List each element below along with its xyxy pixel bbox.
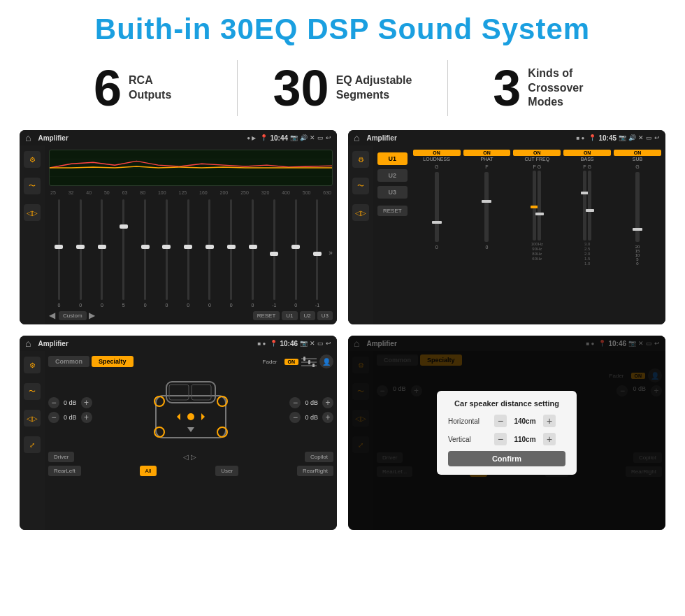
- eq-slider-8[interactable]: 0: [221, 198, 241, 308]
- vertical-minus-btn[interactable]: −: [494, 433, 507, 445]
- crossover-screen: ⌂ Amplifier ■ ● 📍 10:45 📷 🔊 ✕ ▭ ↩ ⚙ 〜 ◁▷: [348, 130, 665, 324]
- phat-on[interactable]: ON: [463, 150, 511, 156]
- fader-expand-icon[interactable]: ⤢: [24, 436, 41, 453]
- preset-u2-btn[interactable]: U2: [377, 169, 408, 182]
- user-btn[interactable]: User: [215, 466, 238, 476]
- back-icon-3[interactable]: ↩: [326, 340, 331, 347]
- eq-next-icon[interactable]: ▶: [89, 310, 95, 320]
- eq-slider-3[interactable]: 5: [113, 198, 134, 308]
- fader-volume-icon[interactable]: ◁▷: [24, 410, 41, 427]
- loudness-on[interactable]: ON: [413, 150, 461, 156]
- stat-rca-number: 6: [94, 63, 122, 113]
- eq-wave-icon[interactable]: 〜: [24, 178, 41, 194]
- fader-on-badge[interactable]: ON: [284, 359, 299, 365]
- eq-bottom: ◀ Custom ▶ RESET U1 U2 U3: [49, 310, 333, 320]
- cutfreq-track-f[interactable]: [533, 171, 536, 241]
- eq-u1-btn[interactable]: U1: [282, 311, 297, 320]
- sub-track[interactable]: [635, 172, 640, 242]
- home-icon-3[interactable]: ⌂: [25, 338, 31, 349]
- eq-slider-4[interactable]: 0: [135, 198, 155, 308]
- status-dots: ● ▶: [247, 135, 256, 141]
- car-diagram-container: [95, 371, 287, 448]
- eq-u2-btn[interactable]: U2: [300, 311, 315, 320]
- camera-icon: 📷: [290, 134, 298, 141]
- tab-specialty[interactable]: Specialty: [92, 356, 134, 367]
- bass-label: BASS: [563, 157, 611, 162]
- eq-more-icon[interactable]: »: [329, 249, 333, 257]
- eq-volume-icon[interactable]: ◁▷: [24, 204, 41, 221]
- cross-time: 10:45: [598, 134, 616, 142]
- col-sub: ON SUB: [614, 150, 661, 162]
- eq-custom-btn[interactable]: Custom: [59, 311, 87, 320]
- back-icon-2[interactable]: ↩: [654, 134, 660, 141]
- cross-settings-icon[interactable]: ⚙: [352, 151, 369, 168]
- eq-prev-icon[interactable]: ◀: [49, 310, 55, 320]
- fader-controls-label: Fader ON 👤: [263, 354, 333, 368]
- location-icon-3: 📍: [270, 340, 277, 347]
- eq-slider-6[interactable]: 0: [178, 198, 199, 308]
- right-top-minus[interactable]: −: [289, 397, 301, 408]
- left-bottom-minus[interactable]: −: [48, 412, 59, 423]
- battery-icon-2: ▭: [646, 134, 652, 141]
- fader-settings-icon[interactable]: ⚙: [24, 357, 41, 373]
- rear-left-btn[interactable]: RearLeft: [48, 466, 81, 476]
- cutfreq-slider-area: F G: [513, 164, 561, 261]
- eq-u3-btn[interactable]: U3: [317, 311, 333, 320]
- eq-slider-11[interactable]: 0: [286, 198, 306, 308]
- eq-slider-1[interactable]: 0: [71, 198, 91, 308]
- home-icon[interactable]: ⌂: [25, 132, 31, 143]
- phat-label: PHAT: [463, 157, 511, 162]
- user-icon[interactable]: 👤: [319, 354, 333, 368]
- cross-volume-icon[interactable]: ◁▷: [352, 204, 369, 221]
- eq-freq-labels: 25 32 40 50 63 80 100 125 160 200 250 32…: [49, 190, 333, 195]
- preset-u1-btn[interactable]: U1: [377, 152, 408, 165]
- cross-reset-btn[interactable]: RESET: [377, 206, 408, 216]
- fader-wave-icon[interactable]: 〜: [24, 383, 41, 400]
- eq-slider-10[interactable]: -1: [264, 198, 284, 308]
- right-bottom-minus[interactable]: −: [289, 412, 301, 423]
- cross-wave-icon[interactable]: 〜: [352, 178, 369, 194]
- eq-slider-9[interactable]: 0: [243, 198, 263, 308]
- bass-on[interactable]: ON: [563, 150, 611, 156]
- vertical-plus-btn[interactable]: +: [543, 433, 556, 445]
- all-btn[interactable]: All: [140, 466, 157, 476]
- eq-slider-2[interactable]: 0: [92, 198, 113, 308]
- eq-slider-7[interactable]: 0: [200, 198, 220, 308]
- bass-track-g[interactable]: [588, 171, 591, 241]
- horizontal-plus-btn[interactable]: +: [543, 415, 556, 427]
- volume-icon: 🔊: [300, 134, 308, 141]
- loudness-track[interactable]: [435, 172, 439, 242]
- status-dots-3: ■ ●: [258, 341, 266, 347]
- home-icon-2[interactable]: ⌂: [354, 132, 359, 143]
- horizontal-minus-btn[interactable]: −: [494, 415, 507, 427]
- left-top-minus[interactable]: −: [48, 397, 59, 408]
- back-icon[interactable]: ↩: [326, 134, 331, 141]
- sub-on[interactable]: ON: [614, 150, 661, 156]
- svg-marker-20: [187, 427, 194, 432]
- divider-1: [237, 60, 238, 116]
- horizontal-row: Horizontal − 140cm +: [448, 415, 565, 427]
- right-bottom-plus[interactable]: +: [322, 412, 333, 423]
- eq-slider-5[interactable]: 0: [157, 198, 177, 308]
- driver-btn[interactable]: Driver: [48, 452, 74, 462]
- bass-track-f[interactable]: [583, 171, 586, 241]
- phat-track[interactable]: [484, 172, 489, 242]
- eq-reset-btn[interactable]: RESET: [253, 311, 280, 320]
- copilot-btn[interactable]: Copilot: [305, 452, 333, 462]
- eq-slider-0[interactable]: 0: [49, 198, 69, 308]
- cutfreq-track-g[interactable]: [538, 171, 541, 241]
- confirm-button[interactable]: Confirm: [448, 451, 565, 466]
- right-top-plus[interactable]: +: [322, 397, 333, 408]
- eq-slider-12[interactable]: -1: [308, 198, 328, 308]
- left-bottom-plus[interactable]: +: [81, 412, 92, 423]
- eq-status-bar: ⌂ Amplifier ● ▶ 📍 10:44 📷 🔊 ✕ ▭ ↩: [20, 130, 337, 145]
- cutfreq-on[interactable]: ON: [513, 150, 561, 156]
- preset-u3-btn[interactable]: U3: [377, 186, 408, 199]
- left-top-control: − 0 dB +: [48, 397, 92, 408]
- eq-settings-icon[interactable]: ⚙: [24, 151, 41, 168]
- right-top-db: 0 dB: [302, 399, 321, 406]
- left-top-plus[interactable]: +: [81, 397, 92, 408]
- tab-common[interactable]: Common: [48, 356, 89, 367]
- fader-status-bar: ⌂ Amplifier ■ ● 📍 10:46 📷 ✕ ▭ ↩: [20, 336, 337, 351]
- rear-right-btn[interactable]: RearRight: [297, 466, 333, 476]
